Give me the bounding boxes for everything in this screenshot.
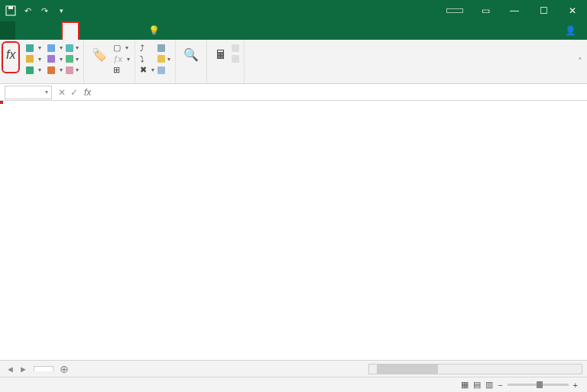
ribbon: fx ▾ ▾ ▾ ▾ ▾ ▾ ▾ ▾ ▾ — [0, 40, 587, 84]
recent-button[interactable]: ▾ — [26, 54, 41, 65]
tab-data[interactable] — [79, 21, 95, 40]
tab-view[interactable] — [110, 21, 125, 40]
normal-view-icon[interactable]: ▦ — [461, 380, 469, 390]
svg-rect-1 — [8, 6, 13, 9]
save-icon[interactable] — [5, 5, 17, 17]
cancel-icon[interactable]: ✕ — [58, 87, 66, 98]
calculation-options-button[interactable]: 🖩 — [212, 41, 230, 73]
show-formulas-button[interactable] — [157, 43, 170, 53]
collapse-ribbon-icon[interactable]: ˄ — [578, 40, 587, 83]
minimize-icon[interactable]: — — [500, 0, 529, 21]
share-icon: 👤 — [565, 25, 576, 36]
group-label-names — [84, 77, 135, 84]
group-label-library — [21, 77, 83, 84]
precedents-icon: ⤴ — [140, 44, 144, 53]
page-layout-view-icon[interactable]: ▤ — [473, 380, 481, 390]
financial-button[interactable]: ▾ — [26, 65, 41, 76]
calculate-now-button[interactable] — [232, 43, 239, 53]
text-button[interactable]: ▾ — [47, 54, 63, 65]
datetime-button[interactable]: ▾ — [47, 65, 63, 76]
remove-arrows-button[interactable]: ✖▾ — [140, 65, 154, 76]
logical-button[interactable]: ▾ — [47, 43, 63, 53]
fx-icon: fx — [6, 50, 15, 64]
zoom-slider[interactable] — [508, 384, 569, 386]
error-checking-button[interactable]: ▾ — [157, 54, 170, 65]
watch-window-button[interactable]: 🔍 — [180, 41, 202, 73]
sheet-nav-prev-icon[interactable]: ◄ — [6, 364, 15, 374]
tab-review[interactable] — [95, 21, 110, 40]
name-manager-icon: 🏷️ — [92, 50, 107, 64]
tell-me[interactable]: 💡 — [141, 21, 170, 40]
tab-insert[interactable] — [31, 21, 46, 40]
tab-home[interactable] — [15, 21, 31, 40]
redo-icon[interactable]: ↷ — [38, 5, 50, 17]
zoom-out-button[interactable]: − — [498, 381, 502, 390]
calculate-sheet-button[interactable] — [232, 54, 239, 65]
trace-precedents-button[interactable]: ⤴ — [140, 43, 154, 53]
ribbon-options-icon[interactable]: ▭ — [471, 0, 500, 21]
status-bar: ▦ ▤ ▥ − + — [0, 377, 587, 392]
bulb-icon: 💡 — [148, 25, 160, 36]
calculator-icon: 🖩 — [215, 50, 227, 64]
undo-icon[interactable]: ↶ — [21, 5, 34, 17]
lookup-button[interactable]: ▾ — [66, 43, 79, 53]
dependents-icon: ⤵ — [140, 54, 144, 63]
ribbon-tabs: 💡 👤 — [0, 21, 587, 40]
autosum-button[interactable]: ▾ — [26, 43, 41, 53]
title-bar: ↶ ↷ ▾ ▭ — ☐ ✕ — [0, 0, 587, 21]
sheet-nav-next-icon[interactable]: ► — [19, 364, 28, 374]
tag-icon: ▢ — [113, 43, 121, 53]
qat-customize-icon[interactable]: ▾ — [55, 5, 67, 17]
horizontal-scrollbar[interactable] — [368, 364, 582, 374]
more-fn-button[interactable]: ▾ — [66, 65, 79, 76]
evaluate-formula-button[interactable] — [157, 65, 170, 76]
name-box[interactable]: ▾ — [5, 86, 52, 99]
fx-bar-icon[interactable]: fx — [84, 87, 96, 98]
tab-help[interactable] — [125, 21, 141, 40]
group-label-auditing — [135, 77, 175, 84]
close-icon[interactable]: ✕ — [558, 0, 587, 21]
share-button[interactable]: 👤 — [557, 21, 587, 40]
watch-icon: 🔍 — [183, 50, 199, 64]
math-button[interactable]: ▾ — [66, 54, 79, 65]
formula-bar: ▾ ✕ ✓ fx — [0, 84, 587, 101]
create-from-selection-button[interactable]: ⊞ — [113, 65, 130, 76]
spreadsheet-grid[interactable] — [0, 101, 587, 390]
define-name-button[interactable]: ▢▾ — [113, 43, 130, 53]
name-manager-button[interactable]: 🏷️ — [89, 41, 110, 73]
use-in-formula-button[interactable]: ƒx▾ — [113, 54, 130, 65]
insert-function-button[interactable]: fx — [2, 41, 20, 73]
enter-icon[interactable]: ✓ — [70, 87, 78, 98]
zoom-in-button[interactable]: + — [573, 381, 578, 390]
formula-input[interactable] — [96, 86, 587, 99]
trace-dependents-button[interactable]: ⤵ — [140, 54, 154, 65]
login-button[interactable] — [446, 8, 463, 13]
add-sheet-button[interactable]: ⊕ — [54, 363, 75, 375]
page-break-view-icon[interactable]: ▥ — [485, 380, 493, 390]
tab-page-layout[interactable] — [46, 21, 61, 40]
tab-formulas[interactable] — [61, 21, 79, 40]
fx-small-icon: ƒx — [113, 54, 122, 63]
remove-arrows-icon: ✖ — [140, 65, 147, 75]
sheet-tab-bar: ◄ ► ⊕ — [0, 360, 587, 377]
grid-icon: ⊞ — [113, 65, 120, 75]
tab-file[interactable] — [0, 21, 15, 40]
maximize-icon[interactable]: ☐ — [529, 0, 558, 21]
group-label-calculation — [207, 75, 244, 83]
sheet-tab[interactable] — [34, 366, 54, 371]
